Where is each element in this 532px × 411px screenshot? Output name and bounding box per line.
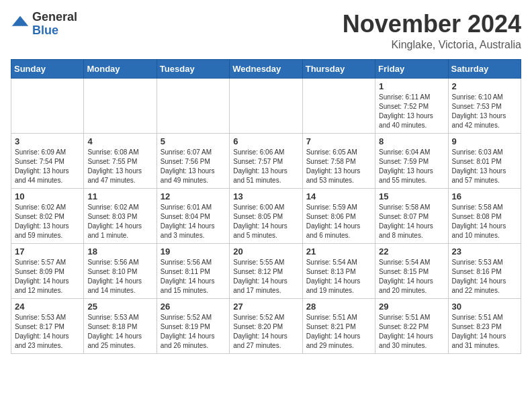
calendar-day-cell: 2Sunrise: 6:10 AMSunset: 7:53 PMDaylight…: [448, 78, 521, 133]
day-info: Sunrise: 5:54 AMSunset: 8:13 PMDaylight:…: [306, 258, 371, 295]
calendar-day-cell: 19Sunrise: 5:56 AMSunset: 8:11 PMDayligh…: [157, 243, 229, 298]
day-info: Sunrise: 5:56 AMSunset: 8:10 PMDaylight:…: [87, 258, 152, 295]
day-info: Sunrise: 6:05 AMSunset: 7:58 PMDaylight:…: [306, 148, 371, 185]
day-number: 12: [161, 191, 226, 201]
calendar-body: 1Sunrise: 6:11 AMSunset: 7:52 PMDaylight…: [11, 78, 521, 353]
calendar-day-cell: 9Sunrise: 6:03 AMSunset: 8:01 PMDaylight…: [448, 133, 521, 188]
month-title: November 2024: [343, 11, 521, 38]
calendar-day-cell: [157, 78, 229, 133]
calendar-day-cell: 6Sunrise: 6:06 AMSunset: 7:57 PMDaylight…: [230, 133, 302, 188]
day-number: 10: [15, 191, 80, 201]
calendar-day-cell: [302, 78, 375, 133]
day-number: 2: [452, 81, 517, 91]
day-of-week-header: Wednesday: [230, 59, 302, 78]
day-info: Sunrise: 5:54 AMSunset: 8:15 PMDaylight:…: [379, 258, 444, 295]
calendar-week-row: 1Sunrise: 6:11 AMSunset: 7:52 PMDaylight…: [11, 78, 521, 133]
day-number: 26: [161, 302, 226, 312]
day-number: 29: [379, 302, 444, 312]
logo-blue: Blue: [32, 24, 58, 37]
logo-icon: [11, 15, 30, 34]
day-number: 9: [452, 136, 517, 146]
day-number: 13: [233, 191, 298, 201]
calendar-day-cell: 29Sunrise: 5:51 AMSunset: 8:22 PMDayligh…: [375, 298, 448, 353]
day-number: 1: [379, 81, 444, 91]
day-number: 28: [306, 302, 371, 312]
day-number: 6: [233, 136, 298, 146]
day-info: Sunrise: 5:55 AMSunset: 8:12 PMDaylight:…: [233, 258, 298, 295]
day-info: Sunrise: 5:57 AMSunset: 8:09 PMDaylight:…: [15, 258, 80, 295]
logo-text: General Blue: [32, 11, 77, 38]
calendar-day-cell: 28Sunrise: 5:51 AMSunset: 8:21 PMDayligh…: [302, 298, 375, 353]
calendar-day-cell: 4Sunrise: 6:08 AMSunset: 7:55 PMDaylight…: [84, 133, 157, 188]
calendar-header-row: SundayMondayTuesdayWednesdayThursdayFrid…: [11, 59, 521, 78]
day-of-week-header: Friday: [375, 59, 448, 78]
day-number: 21: [306, 246, 371, 257]
calendar-day-cell: 12Sunrise: 6:01 AMSunset: 8:04 PMDayligh…: [157, 188, 229, 243]
calendar-day-cell: 21Sunrise: 5:54 AMSunset: 8:13 PMDayligh…: [302, 243, 375, 298]
calendar-day-cell: 11Sunrise: 6:02 AMSunset: 8:03 PMDayligh…: [84, 188, 157, 243]
day-info: Sunrise: 6:06 AMSunset: 7:57 PMDaylight:…: [233, 148, 298, 185]
calendar-day-cell: 13Sunrise: 6:00 AMSunset: 8:05 PMDayligh…: [230, 188, 302, 243]
day-of-week-header: Sunday: [11, 59, 84, 78]
day-number: 5: [161, 136, 226, 146]
day-info: Sunrise: 5:51 AMSunset: 8:21 PMDaylight:…: [306, 313, 371, 351]
calendar-day-cell: 18Sunrise: 5:56 AMSunset: 8:10 PMDayligh…: [84, 243, 157, 298]
day-info: Sunrise: 6:07 AMSunset: 7:56 PMDaylight:…: [161, 148, 226, 185]
calendar-day-cell: [230, 78, 302, 133]
day-number: 24: [15, 302, 80, 312]
day-number: 15: [379, 191, 444, 201]
day-info: Sunrise: 5:52 AMSunset: 8:20 PMDaylight:…: [233, 313, 298, 351]
calendar-day-cell: 24Sunrise: 5:53 AMSunset: 8:17 PMDayligh…: [11, 298, 84, 353]
day-number: 7: [306, 136, 371, 146]
day-number: 22: [379, 246, 444, 257]
calendar-day-cell: 27Sunrise: 5:52 AMSunset: 8:20 PMDayligh…: [230, 298, 302, 353]
calendar-day-cell: 23Sunrise: 5:53 AMSunset: 8:16 PMDayligh…: [448, 243, 521, 298]
day-number: 14: [306, 191, 371, 201]
day-info: Sunrise: 6:08 AMSunset: 7:55 PMDaylight:…: [87, 148, 152, 185]
day-info: Sunrise: 5:53 AMSunset: 8:18 PMDaylight:…: [87, 313, 152, 351]
calendar-day-cell: 20Sunrise: 5:55 AMSunset: 8:12 PMDayligh…: [230, 243, 302, 298]
day-of-week-header: Saturday: [448, 59, 521, 78]
calendar-day-cell: 8Sunrise: 6:04 AMSunset: 7:59 PMDaylight…: [375, 133, 448, 188]
day-info: Sunrise: 6:09 AMSunset: 7:54 PMDaylight:…: [15, 148, 80, 185]
day-number: 8: [379, 136, 444, 146]
logo-general: General: [32, 10, 77, 24]
day-info: Sunrise: 6:11 AMSunset: 7:52 PMDaylight:…: [379, 93, 444, 130]
calendar-day-cell: 10Sunrise: 6:02 AMSunset: 8:02 PMDayligh…: [11, 188, 84, 243]
day-info: Sunrise: 5:51 AMSunset: 8:22 PMDaylight:…: [379, 313, 444, 351]
day-number: 30: [452, 302, 517, 312]
day-info: Sunrise: 6:03 AMSunset: 8:01 PMDaylight:…: [452, 148, 517, 185]
day-info: Sunrise: 6:00 AMSunset: 8:05 PMDaylight:…: [233, 203, 298, 240]
calendar-day-cell: 26Sunrise: 5:52 AMSunset: 8:19 PMDayligh…: [157, 298, 229, 353]
day-info: Sunrise: 6:04 AMSunset: 7:59 PMDaylight:…: [379, 148, 444, 185]
day-number: 11: [87, 191, 152, 201]
day-info: Sunrise: 5:56 AMSunset: 8:11 PMDaylight:…: [161, 258, 226, 295]
day-info: Sunrise: 6:02 AMSunset: 8:02 PMDaylight:…: [15, 203, 80, 240]
calendar-day-cell: [84, 78, 157, 133]
day-info: Sunrise: 5:52 AMSunset: 8:19 PMDaylight:…: [161, 313, 226, 351]
calendar-day-cell: 1Sunrise: 6:11 AMSunset: 7:52 PMDaylight…: [375, 78, 448, 133]
day-info: Sunrise: 5:59 AMSunset: 8:06 PMDaylight:…: [306, 203, 371, 240]
calendar-day-cell: 15Sunrise: 5:58 AMSunset: 8:07 PMDayligh…: [375, 188, 448, 243]
calendar-day-cell: 14Sunrise: 5:59 AMSunset: 8:06 PMDayligh…: [302, 188, 375, 243]
title-block: November 2024 Kinglake, Victoria, Austra…: [343, 11, 521, 51]
calendar-table: SundayMondayTuesdayWednesdayThursdayFrid…: [11, 59, 521, 354]
day-info: Sunrise: 5:53 AMSunset: 8:16 PMDaylight:…: [452, 258, 517, 295]
day-of-week-header: Monday: [84, 59, 157, 78]
calendar-day-cell: [11, 78, 84, 133]
calendar-week-row: 10Sunrise: 6:02 AMSunset: 8:02 PMDayligh…: [11, 188, 521, 243]
day-info: Sunrise: 5:58 AMSunset: 8:08 PMDaylight:…: [452, 203, 517, 240]
day-number: 4: [87, 136, 152, 146]
day-info: Sunrise: 5:51 AMSunset: 8:23 PMDaylight:…: [452, 313, 517, 351]
day-info: Sunrise: 5:58 AMSunset: 8:07 PMDaylight:…: [379, 203, 444, 240]
day-number: 3: [15, 136, 80, 146]
calendar-day-cell: 25Sunrise: 5:53 AMSunset: 8:18 PMDayligh…: [84, 298, 157, 353]
calendar-day-cell: 17Sunrise: 5:57 AMSunset: 8:09 PMDayligh…: [11, 243, 84, 298]
day-number: 23: [452, 246, 517, 257]
calendar-week-row: 24Sunrise: 5:53 AMSunset: 8:17 PMDayligh…: [11, 298, 521, 353]
day-of-week-header: Tuesday: [157, 59, 229, 78]
location: Kinglake, Victoria, Australia: [343, 39, 521, 51]
calendar-week-row: 17Sunrise: 5:57 AMSunset: 8:09 PMDayligh…: [11, 243, 521, 298]
page-header: General Blue November 2024 Kinglake, Vic…: [11, 11, 521, 51]
day-info: Sunrise: 6:02 AMSunset: 8:03 PMDaylight:…: [87, 203, 152, 240]
